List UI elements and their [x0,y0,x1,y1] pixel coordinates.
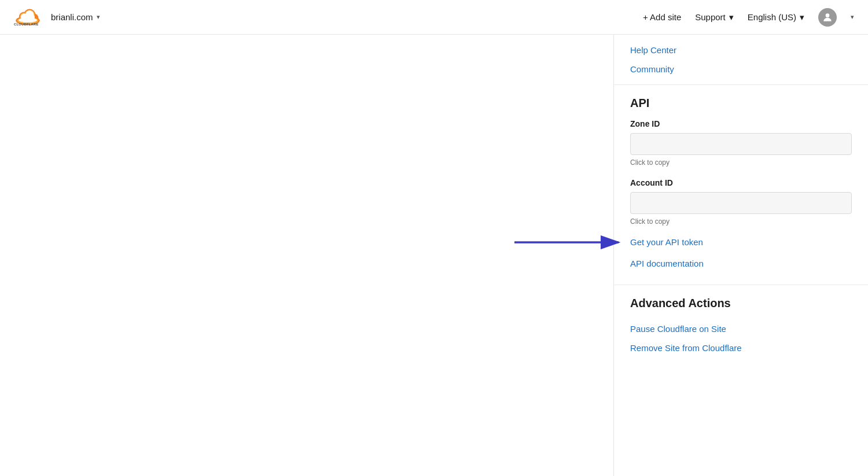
add-site-button[interactable]: + Add site [643,12,681,22]
zone-id-copy-hint: Click to copy [630,158,852,167]
site-selector[interactable]: brianli.com ▾ [51,12,100,22]
navbar-right: + Add site Support ▾ English (US) ▾ ▾ [643,8,854,27]
zone-id-input[interactable] [630,133,852,155]
svg-point-12 [826,13,830,17]
user-avatar[interactable] [818,8,837,27]
svg-text:CLOUDFLARE: CLOUDFLARE [14,23,39,26]
account-id-group: Account ID Click to copy [630,178,852,226]
api-docs-link[interactable]: API documentation [630,254,852,273]
navbar-left: CLOUDFLARE brianli.com ▾ [14,8,100,27]
cloudflare-logo: CLOUDFLARE [14,8,42,27]
svg-point-10 [19,17,37,22]
site-chevron-icon: ▾ [97,13,100,21]
pause-cloudflare-link[interactable]: Pause Cloudflare on Site [630,319,852,338]
user-chevron-icon: ▾ [851,13,854,21]
support-chevron-icon: ▾ [729,12,734,23]
help-center-link[interactable]: Help Center [630,40,852,60]
zone-id-group: Zone ID Click to copy [630,119,852,167]
account-id-label: Account ID [630,178,852,187]
logo-container: CLOUDFLARE [14,8,42,27]
remove-site-link[interactable]: Remove Site from Cloudflare [630,338,852,357]
zone-id-label: Zone ID [630,119,852,128]
community-link[interactable]: Community [630,60,852,79]
advanced-actions-section: Advanced Actions Pause Cloudflare on Sit… [614,285,868,369]
api-section: API Zone ID Click to copy Account ID Cli… [614,85,868,285]
advanced-actions-title: Advanced Actions [630,297,852,310]
api-token-link[interactable]: Get your API token [630,237,703,247]
support-links-section: Help Center Community [614,35,868,85]
main-content: Help Center Community API Zone ID Click … [0,35,868,476]
language-button[interactable]: English (US) ▾ [748,12,804,23]
left-panel [0,35,613,476]
right-panel: Help Center Community API Zone ID Click … [613,35,868,476]
account-id-input[interactable] [630,192,852,214]
language-chevron-icon: ▾ [800,12,804,23]
account-id-copy-hint: Click to copy [630,217,852,226]
arrow-annotation [514,234,624,250]
api-token-container: Get your API token [630,237,852,247]
navbar: CLOUDFLARE brianli.com ▾ + Add site Supp… [0,0,868,35]
support-button[interactable]: Support ▾ [695,12,734,23]
site-name: brianli.com [51,12,93,22]
api-section-title: API [630,97,852,110]
